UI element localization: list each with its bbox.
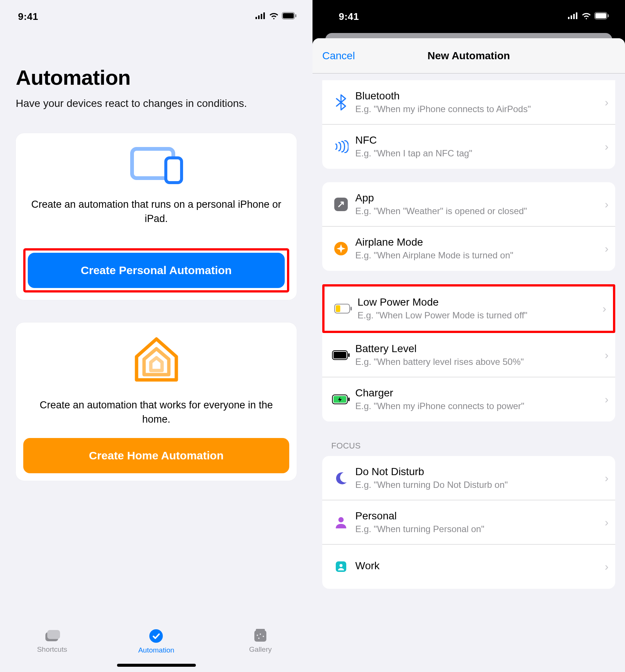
cellular-icon — [255, 12, 266, 21]
svg-rect-32 — [334, 352, 346, 358]
svg-point-15 — [257, 634, 258, 636]
row-title: Personal — [355, 510, 605, 522]
trigger-battery-level[interactable]: Battery LevelE.g. "When battery level ri… — [322, 333, 615, 377]
trigger-app[interactable]: AppE.g. "When "Weather" is opened or clo… — [322, 182, 615, 226]
svg-rect-13 — [254, 630, 266, 642]
chevron-right-icon: › — [605, 140, 608, 153]
row-title: Low Power Mode — [358, 296, 602, 308]
bluetooth-icon — [330, 94, 352, 111]
svg-rect-14 — [256, 629, 265, 631]
row-title: NFC — [355, 134, 605, 146]
tab-shortcuts-label: Shortcuts — [37, 645, 67, 654]
svg-rect-11 — [47, 630, 60, 639]
row-desc: E.g. "When Low Power Mode is turned off" — [358, 310, 602, 321]
svg-point-12 — [149, 629, 163, 643]
status-time: 9:41 — [339, 11, 359, 22]
wifi-icon — [269, 12, 279, 21]
svg-rect-3 — [263, 12, 265, 19]
row-desc: E.g. "When my iPhone connects to power" — [355, 400, 605, 412]
svg-rect-29 — [336, 305, 340, 312]
chevron-right-icon: › — [605, 516, 608, 529]
page-title: Automation — [16, 65, 297, 90]
svg-rect-0 — [255, 17, 257, 19]
svg-rect-19 — [568, 17, 569, 19]
chevron-right-icon: › — [602, 302, 606, 315]
moon-icon — [330, 471, 352, 485]
row-title: Work — [355, 560, 605, 572]
svg-rect-25 — [608, 14, 609, 17]
trigger-group-connectivity: BluetoothE.g. "When my iPhone connects t… — [322, 80, 615, 169]
left-screen: 9:41 Automation Have your devices react … — [0, 0, 312, 672]
svg-point-17 — [263, 636, 264, 637]
highlight-low-power: Low Power ModeE.g. "When Low Power Mode … — [322, 284, 615, 333]
trigger-group-power-top: Low Power ModeE.g. "When Low Power Mode … — [325, 286, 613, 331]
nfc-icon — [330, 140, 352, 153]
row-title: App — [355, 192, 605, 204]
trigger-work-focus[interactable]: Work › — [322, 544, 615, 589]
svg-point-18 — [258, 638, 260, 639]
chevron-right-icon: › — [605, 393, 608, 406]
tab-automation-label: Automation — [138, 646, 174, 654]
person-icon — [330, 516, 352, 529]
row-title: Do Not Disturb — [355, 466, 605, 478]
trigger-group-focus: Do Not DisturbE.g. "When turning Do Not … — [322, 456, 615, 589]
chevron-right-icon: › — [605, 242, 608, 255]
svg-rect-30 — [350, 307, 352, 310]
svg-rect-1 — [258, 15, 260, 19]
home-indicator — [117, 664, 196, 667]
wifi-icon — [581, 12, 591, 21]
row-desc: E.g. "When battery level rises above 50%… — [355, 356, 605, 368]
personal-automation-card: Create an automation that runs on a pers… — [16, 133, 297, 300]
row-title: Battery Level — [355, 343, 605, 355]
modal-sheet: Cancel New Automation BluetoothE.g. "Whe… — [312, 38, 625, 672]
trigger-airplane-mode[interactable]: Airplane ModeE.g. "When Airplane Mode is… — [322, 226, 615, 271]
status-time: 9:41 — [18, 11, 38, 22]
trigger-low-power-mode[interactable]: Low Power ModeE.g. "When Low Power Mode … — [325, 286, 613, 331]
sheet-title: New Automation — [428, 50, 510, 62]
trigger-charger[interactable]: ChargerE.g. "When my iPhone connects to … — [322, 377, 615, 422]
highlight-personal: Create Personal Automation — [23, 248, 289, 292]
svg-point-37 — [338, 517, 344, 522]
svg-point-39 — [340, 564, 343, 567]
svg-rect-20 — [571, 15, 572, 19]
create-home-automation-button[interactable]: Create Home Automation — [23, 438, 289, 473]
trigger-personal-focus[interactable]: PersonalE.g. "When turning Personal on" … — [322, 500, 615, 544]
svg-rect-21 — [573, 14, 575, 19]
row-title: Charger — [355, 387, 605, 399]
row-title: Bluetooth — [355, 90, 605, 102]
work-icon — [330, 560, 352, 573]
airplane-icon — [330, 241, 352, 256]
page-subtitle: Have your devices react to changes in co… — [16, 96, 297, 111]
status-bar: 9:41 — [312, 0, 625, 33]
home-automation-card: Create an automation that works for ever… — [16, 322, 297, 481]
battery-icon — [282, 12, 297, 21]
charger-icon — [330, 394, 352, 404]
app-icon — [330, 197, 352, 212]
chevron-right-icon: › — [605, 349, 608, 362]
trigger-group-app: AppE.g. "When "Weather" is opened or clo… — [322, 182, 615, 271]
cancel-button[interactable]: Cancel — [322, 50, 355, 62]
trigger-nfc[interactable]: NFCE.g. "When I tap an NFC tag" › — [322, 124, 615, 169]
create-personal-automation-button[interactable]: Create Personal Automation — [28, 253, 285, 288]
svg-rect-8 — [166, 158, 182, 183]
sheet-header: Cancel New Automation — [312, 38, 625, 74]
chevron-right-icon: › — [605, 560, 608, 573]
gallery-icon — [252, 628, 269, 643]
trigger-bluetooth[interactable]: BluetoothE.g. "When my iPhone connects t… — [322, 80, 615, 124]
tab-gallery[interactable]: Gallery — [223, 628, 298, 654]
shortcuts-icon — [44, 628, 60, 643]
chevron-right-icon: › — [605, 198, 608, 211]
row-desc: E.g. "When Airplane Mode is turned on" — [355, 250, 605, 261]
svg-rect-22 — [576, 12, 577, 19]
trigger-do-not-disturb[interactable]: Do Not DisturbE.g. "When turning Do Not … — [322, 456, 615, 500]
svg-rect-2 — [261, 14, 262, 19]
svg-rect-6 — [295, 14, 296, 17]
tab-shortcuts[interactable]: Shortcuts — [15, 628, 90, 654]
battery-icon — [594, 12, 609, 21]
personal-desc: Create an automation that runs on a pers… — [23, 198, 289, 237]
tab-automation[interactable]: Automation — [119, 628, 194, 654]
automation-icon — [148, 628, 164, 644]
row-desc: E.g. "When turning Personal on" — [355, 524, 605, 535]
status-bar: 9:41 — [0, 0, 312, 33]
row-desc: E.g. "When "Weather" is opened or closed… — [355, 206, 605, 217]
